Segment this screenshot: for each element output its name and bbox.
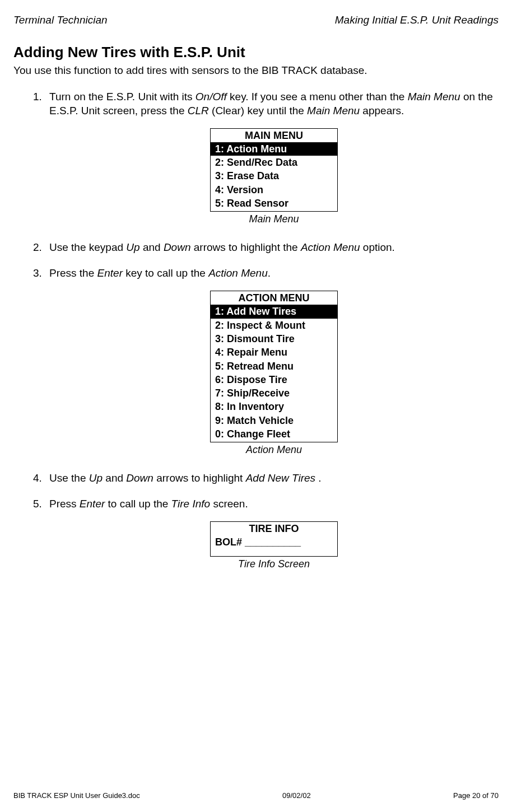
- action-menu-title: ACTION MENU: [211, 291, 337, 305]
- step-5: Press Enter to call up the Tire Info scr…: [45, 497, 499, 571]
- main-menu-item-2: 2: Send/Rec Data: [211, 156, 337, 169]
- tire-info-field: BOL# __________: [211, 535, 337, 549]
- action-menu-item-7: 7: Ship/Receive: [211, 386, 337, 400]
- step3-i1: Enter: [97, 267, 123, 279]
- step4-mid1: and: [103, 472, 126, 484]
- step3-post: .: [268, 267, 271, 279]
- step-2: Use the keypad Up and Down arrows to hig…: [45, 241, 499, 255]
- step5-mid1: to call up the: [105, 498, 171, 510]
- intro-text: You use this function to add tires with …: [13, 64, 499, 78]
- main-menu-box: MAIN MENU 1: Action Menu 2: Send/Rec Dat…: [210, 128, 338, 212]
- step-4: Use the Up and Down arrows to highlight …: [45, 472, 499, 486]
- step1-mid1: key. If you see a menu other than the: [227, 91, 408, 102]
- step2-pre: Use the keypad: [49, 241, 126, 253]
- step3-pre: Press the: [49, 267, 97, 279]
- step3-i2: Action Menu: [208, 267, 268, 279]
- step2-post: option.: [360, 241, 395, 253]
- step4-mid2: arrows to highlight: [153, 472, 246, 484]
- main-menu-item-4: 4: Version: [211, 183, 337, 197]
- action-menu-item-8: 8: In Inventory: [211, 400, 337, 413]
- action-menu-item-4: 4: Repair Menu: [211, 346, 337, 359]
- section-title: Adding New Tires with E.S.P. Unit: [13, 43, 499, 62]
- action-menu-item-3: 3: Dismount Tire: [211, 332, 337, 346]
- page-header: Terminal Technician Making Initial E.S.P…: [13, 13, 499, 27]
- main-menu-item-5: 5: Read Sensor: [211, 197, 337, 210]
- tire-info-box: TIRE INFO BOL# __________: [210, 521, 338, 557]
- step2-i1: Up: [126, 241, 139, 253]
- step2-i3: Action Menu: [301, 241, 360, 253]
- action-menu-item-1: 1: Add New Tires: [211, 305, 337, 318]
- action-menu-item-5: 5: Retread Menu: [211, 360, 337, 373]
- action-menu-item-0: 0: Change Fleet: [211, 427, 337, 441]
- step1-post: appears.: [360, 105, 404, 116]
- step4-i3: Add New Tires: [246, 472, 315, 484]
- step5-i2: Tire Info: [171, 498, 211, 510]
- step1-mid3: (Clear) key until the: [209, 105, 307, 116]
- step4-i2: Down: [126, 472, 153, 484]
- tire-info-caption: Tire Info Screen: [49, 558, 499, 571]
- step5-post: screen.: [210, 498, 248, 510]
- step2-mid1: and: [140, 241, 164, 253]
- step5-i1: Enter: [80, 498, 105, 510]
- action-menu-box: ACTION MENU 1: Add New Tires 2: Inspect …: [210, 291, 338, 442]
- step1-i1: On/Off: [196, 91, 227, 102]
- main-menu-item-1: 1: Action Menu: [211, 142, 337, 156]
- action-menu-caption: Action Menu: [49, 444, 499, 456]
- step1-text: Turn on the E.S.P. Unit with its: [49, 91, 196, 102]
- action-menu-item-9: 9: Match Vehicle: [211, 414, 337, 427]
- step2-mid2: arrows to highlight the: [190, 241, 300, 253]
- main-menu-title: MAIN MENU: [211, 129, 337, 142]
- step4-pre: Use the: [49, 472, 89, 484]
- step5-pre: Press: [49, 498, 80, 510]
- action-menu-item-6: 6: Dispose Tire: [211, 373, 337, 386]
- step-3: Press the Enter key to call up the Actio…: [45, 267, 499, 456]
- header-right: Making Initial E.S.P. Unit Readings: [335, 13, 499, 27]
- step1-i3: CLR: [188, 105, 209, 116]
- action-menu-item-2: 2: Inspect & Mount: [211, 319, 337, 332]
- step1-i4: Main Menu: [307, 105, 360, 116]
- step1-i2: Main Menu: [408, 91, 460, 102]
- header-left: Terminal Technician: [13, 13, 108, 27]
- main-menu-item-3: 3: Erase Data: [211, 169, 337, 183]
- step4-i1: Up: [89, 472, 103, 484]
- steps-list: Turn on the E.S.P. Unit with its On/Off …: [13, 90, 499, 571]
- step4-post: .: [315, 472, 322, 484]
- tire-info-title: TIRE INFO: [211, 522, 337, 535]
- step2-i2: Down: [164, 241, 191, 253]
- main-menu-caption: Main Menu: [49, 213, 499, 226]
- step3-mid1: key to call up the: [123, 267, 208, 279]
- step-1: Turn on the E.S.P. Unit with its On/Off …: [45, 90, 499, 226]
